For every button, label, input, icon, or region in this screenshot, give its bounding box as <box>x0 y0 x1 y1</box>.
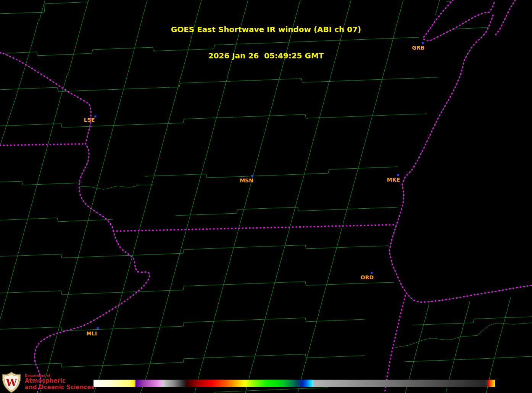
logo-text: Department of Atmospheric and Oceanic Sc… <box>25 374 94 391</box>
product-title-line1: GOES East Shortwave IR window (ABI ch 07… <box>0 25 532 34</box>
county-boundary-line <box>145 167 398 178</box>
county-boundary-line <box>412 317 532 325</box>
county-boundary-line <box>0 245 389 258</box>
satellite-viewer-screen: GRBLSEMSNMKEORDMLI GOES East Shortwave I… <box>0 0 532 393</box>
state-border-dotted <box>385 296 405 393</box>
station-label-MKE: MKE <box>387 177 400 183</box>
logo-line2: and Oceanic Sciences <box>25 384 94 391</box>
county-boundary-line <box>0 218 113 222</box>
uw-aos-logo: W Department of Atmospheric and Oceanic … <box>2 372 94 393</box>
county-boundary-line <box>0 354 364 367</box>
river-line <box>79 184 153 189</box>
station-label-MLI: MLI <box>86 330 97 337</box>
logo-line1: Atmospheric <box>25 378 94 384</box>
county-boundary-line <box>214 388 327 392</box>
station-dot-ORD <box>371 272 373 274</box>
station-label-LSE: LSE <box>84 117 95 123</box>
product-title: GOES East Shortwave IR window (ABI ch 07… <box>0 8 532 78</box>
county-boundary-line <box>0 282 394 295</box>
county-boundary-line <box>446 301 470 393</box>
station-dot-MKE <box>397 174 399 176</box>
color-scale-bar <box>94 380 495 387</box>
state-border-dotted <box>0 52 150 393</box>
station-label-ORD: ORD <box>361 274 374 280</box>
product-timestamp: 2026 Jan 26 05:49:25 GMT <box>0 52 532 60</box>
county-boundary-line <box>486 298 511 393</box>
state-border-dotted <box>0 144 86 145</box>
county-boundary-line <box>0 181 82 185</box>
state-border-dotted <box>113 225 395 231</box>
county-boundary-line <box>176 207 398 216</box>
county-boundary-line <box>0 114 427 127</box>
station-dot-MLI <box>97 327 99 329</box>
crest-w-letter: W <box>5 377 17 388</box>
county-boundary-line <box>405 356 532 362</box>
station-label-MSN: MSN <box>240 177 253 184</box>
uw-crest-icon: W <box>2 372 21 393</box>
river-line <box>0 52 150 393</box>
county-boundary-line <box>0 318 364 331</box>
station-dot-MSN <box>251 175 253 177</box>
